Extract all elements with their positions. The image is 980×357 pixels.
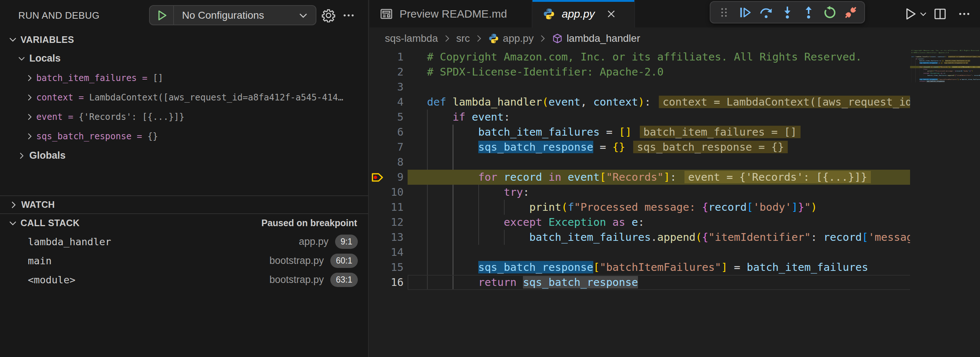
breadcrumb-item[interactable]: sqs-lambda — [385, 33, 438, 45]
stack-frame-row[interactable]: mainbootstrap.py60:1 — [0, 251, 368, 270]
variables-section-label: VARIABLES — [21, 35, 74, 45]
debug-restart-icon[interactable] — [819, 2, 840, 23]
more-actions-icon[interactable] — [957, 7, 971, 21]
start-debug-icon[interactable] — [155, 9, 169, 22]
symbol-namespace-icon — [552, 33, 563, 44]
chevron-right-icon — [25, 113, 34, 121]
frame-position-badge: 9:1 — [335, 234, 358, 249]
tab-label[interactable]: app.py — [562, 8, 595, 20]
code-line[interactable]: 10 try: — [369, 185, 910, 200]
stack-frame-row[interactable]: lambda_handlerapp.py9:1 — [0, 232, 368, 251]
breadcrumbs: sqs-lambdasrcapp.pylambda_handler — [369, 27, 910, 49]
debug-step-into-icon[interactable] — [777, 2, 798, 23]
code-line[interactable]: 1# Copyright Amazon.com, Inc. or its aff… — [369, 49, 910, 64]
chevron-down-icon — [8, 218, 18, 228]
code-line[interactable]: 2# SPDX-License-Identifier: Apache-2.0 — [369, 64, 910, 80]
stack-frame-row[interactable]: <module>bootstrap.py63:1 — [0, 270, 368, 289]
line-number: 16 — [369, 275, 404, 290]
code-text: try: — [427, 185, 529, 200]
breadcrumb-separator-icon — [442, 34, 452, 43]
chevron-down-icon — [17, 54, 26, 63]
minimap[interactable]: 1# Copyright Amazon.com, Inc. or its aff… — [910, 49, 980, 357]
variable-text: sqs_batch_response = {} — [36, 131, 353, 142]
code-line[interactable]: 13 batch_item_failures.append({"itemIden… — [369, 230, 910, 245]
watch-section-header[interactable]: WATCH — [0, 196, 368, 213]
call-stack-section-label: CALL STACK — [21, 218, 80, 228]
breadcrumb-item[interactable]: src — [456, 33, 470, 45]
frame-position-badge: 60:1 — [330, 253, 358, 268]
code-text: batch_item_failures = []batch_item_failu… — [427, 124, 800, 140]
breadcrumb-item[interactable]: lambda_handler — [552, 33, 640, 45]
dropdown-divider — [173, 6, 174, 25]
debug-configuration-dropdown[interactable]: No Configurations — [149, 5, 317, 25]
debug-disconnect-icon[interactable] — [840, 2, 861, 23]
frame-file: bootstrap.py — [269, 274, 324, 285]
split-editor-icon[interactable] — [933, 7, 947, 21]
code-line[interactable]: 8 — [369, 155, 910, 170]
debug-configuration-label[interactable]: No Configurations — [182, 10, 298, 21]
line-number: 15 — [369, 260, 404, 275]
debug-inline-value: event = {'Records': [{...}]} — [684, 171, 871, 183]
code-line[interactable]: 4def lambda_handler(event, context):cont… — [369, 94, 910, 110]
code-text: # SPDX-License-Identifier: Apache-2.0 — [427, 64, 663, 80]
frame-name: <module> — [28, 274, 75, 285]
line-number: 1 — [369, 49, 404, 64]
debug-step-over-icon[interactable] — [756, 2, 777, 23]
code-line[interactable]: 9 for record in event["Records"]:event =… — [369, 170, 910, 185]
code-editor[interactable]: 1# Copyright Amazon.com, Inc. or its aff… — [369, 49, 980, 357]
sidebar-title: RUN AND DEBUG — [18, 10, 100, 21]
gear-icon[interactable] — [321, 8, 336, 22]
run-python-file-button[interactable] — [903, 6, 928, 21]
variable-name: context — [36, 92, 73, 103]
tab-bar: Preview README.md app.py — [369, 0, 980, 27]
more-actions-icon[interactable] — [342, 8, 356, 22]
frame-file: bootstrap.py — [269, 255, 324, 266]
variable-name: event — [36, 112, 63, 122]
variable-row[interactable]: sqs_batch_response = {} — [0, 126, 368, 146]
frame-name: lambda_handler — [28, 236, 111, 247]
line-number: 11 — [369, 200, 404, 215]
tab-label[interactable]: Preview README.md — [399, 8, 507, 20]
code-line[interactable]: 14 — [369, 245, 910, 260]
code-line[interactable]: 3 — [369, 80, 910, 94]
chevron-down-icon[interactable] — [298, 10, 309, 21]
editor-actions — [903, 0, 980, 27]
scope-row-globals[interactable]: Globals — [0, 146, 368, 165]
variable-row[interactable]: batch_item_failures = [] — [0, 68, 368, 88]
code-text: except Exception as e: — [427, 215, 644, 230]
scope-label: Globals — [29, 150, 65, 161]
chevron-right-icon — [25, 74, 34, 83]
line-number: 7 — [369, 140, 404, 155]
tab-app-py[interactable]: app.py — [533, 0, 635, 27]
call-stack-section-header[interactable]: CALL STACK Paused on breakpoint — [0, 214, 368, 232]
debug-continue-icon[interactable] — [735, 2, 756, 23]
scope-row-locals[interactable]: Locals — [0, 49, 368, 68]
close-icon[interactable] — [606, 8, 617, 19]
breakpoint-current-frame-icon[interactable] — [371, 171, 384, 184]
code-line[interactable]: 16 return sqs_batch_response — [369, 275, 910, 290]
variable-name: batch_item_failures — [36, 73, 137, 83]
frame-file: app.py — [299, 236, 328, 247]
code-line[interactable]: 7 sqs_batch_response = {}sqs_batch_respo… — [369, 140, 910, 155]
code-line[interactable]: 11 print(f"Processed message: {record['b… — [369, 200, 910, 215]
toolbar-drag-handle[interactable] — [713, 2, 735, 23]
python-icon — [543, 8, 555, 20]
tab-preview-readme[interactable]: Preview README.md — [369, 0, 533, 27]
code-text: sqs_batch_response = {}sqs_batch_respons… — [427, 140, 788, 155]
chevron-right-icon — [25, 93, 34, 102]
debug-inline-value: batch_item_failures = [] — [640, 126, 800, 138]
code-line[interactable]: 15 sqs_batch_response["batchItemFailures… — [369, 260, 910, 275]
variable-row[interactable]: context = LambdaContext([aws_request_id=… — [0, 88, 368, 107]
variable-row[interactable]: event = {'Records': [{...}]} — [0, 107, 368, 126]
debug-inline-value: sqs_batch_response = {} — [633, 141, 788, 153]
line-number: 13 — [369, 230, 404, 245]
variable-value: {} — [147, 131, 158, 142]
debug-step-out-icon[interactable] — [798, 2, 819, 23]
variable-text: event = {'Records': [{...}]} — [36, 112, 353, 122]
paused-status-text: Paused on breakpoint — [261, 218, 357, 228]
variables-section-header[interactable]: VARIABLES — [0, 31, 368, 48]
code-line[interactable]: 5 if event: — [369, 110, 910, 124]
code-line[interactable]: 6 batch_item_failures = []batch_item_fai… — [369, 124, 910, 140]
code-line[interactable]: 12 except Exception as e: — [369, 215, 910, 230]
breadcrumb-item[interactable]: app.py — [488, 33, 534, 45]
